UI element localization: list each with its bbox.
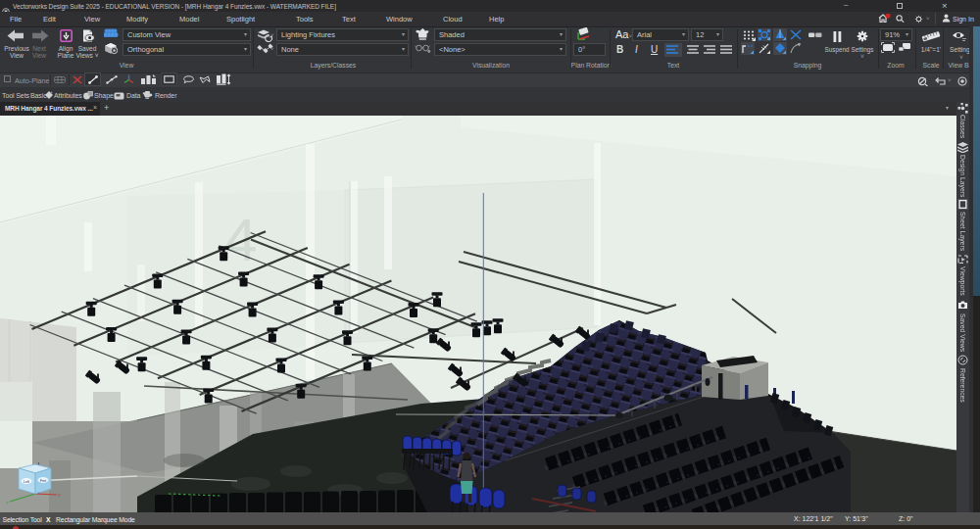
svg-text:Y: Y — [6, 501, 9, 505]
svg-text:Frnt: Frnt — [40, 479, 46, 483]
svg-text:Left: Left — [24, 480, 29, 484]
svg-text:˅: ˅ — [270, 32, 274, 38]
svg-text:X: X — [58, 493, 61, 498]
svg-text:˅: ˅ — [270, 46, 274, 52]
